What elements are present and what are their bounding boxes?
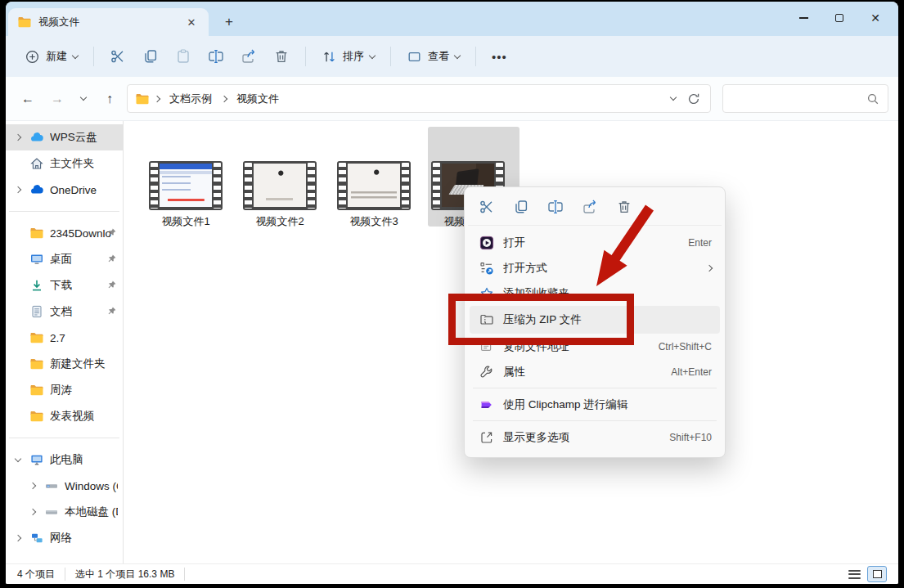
close-button[interactable]: ✕ xyxy=(857,6,893,30)
sidebar-item-this-pc[interactable]: 此电脑 xyxy=(6,447,123,473)
sidebar-item-2-7[interactable]: 2.7 xyxy=(6,325,123,351)
file-item[interactable]: 视频文件1 xyxy=(143,161,228,229)
menu-item-label: 显示更多选项 xyxy=(503,430,660,445)
sidebar-item-label: 本地磁盘 (D:) xyxy=(65,505,118,519)
paste-button[interactable] xyxy=(168,42,199,71)
see-more-button[interactable]: ••• xyxy=(484,42,515,71)
sidebar-item-label: 2.7 xyxy=(50,332,118,344)
chevron-down-icon[interactable] xyxy=(670,94,677,101)
plus-circle-icon xyxy=(25,49,40,65)
chevron-right-icon xyxy=(15,535,21,541)
share-button[interactable] xyxy=(233,42,264,71)
rename-button[interactable] xyxy=(200,42,232,71)
pc-icon xyxy=(30,453,43,466)
menu-item-open-with[interactable]: 打开方式 xyxy=(470,255,720,281)
chevron-down-icon xyxy=(15,455,21,461)
film-icon xyxy=(149,161,223,210)
share-button[interactable] xyxy=(576,194,604,220)
sidebar-item-downloads[interactable]: 下载 xyxy=(6,272,123,298)
breadcrumb-item[interactable]: 文档示例 xyxy=(165,89,216,109)
chevron-right-icon xyxy=(154,95,160,101)
copy-button[interactable] xyxy=(135,42,166,71)
cut-button[interactable] xyxy=(473,194,501,220)
search-icon xyxy=(866,92,879,105)
menu-item-show-more-options[interactable]: 显示更多选项 Shift+F10 xyxy=(470,424,720,450)
sidebar-item-new-folder[interactable]: 新建文件夹 xyxy=(6,351,123,377)
search-box[interactable] xyxy=(722,84,888,113)
sort-button-label: 排序 xyxy=(343,49,364,64)
open-with-icon xyxy=(479,261,494,276)
sidebar-item-wps-cloud[interactable]: WPS云盘 xyxy=(6,124,123,150)
breadcrumb-item[interactable]: 视频文件 xyxy=(232,89,283,109)
film-icon xyxy=(243,161,317,210)
sidebar-item-drive-c[interactable]: Windows (C:) xyxy=(6,473,123,499)
menu-item-add-to-favorites[interactable]: 添加到收藏夹 xyxy=(470,281,720,306)
details-view-toggle[interactable] xyxy=(848,570,861,579)
rename-icon xyxy=(208,48,224,65)
sidebar-item-documents[interactable]: 文档 xyxy=(6,298,123,325)
sidebar-item-label: 此电脑 xyxy=(50,452,118,467)
sidebar-item-desktop[interactable]: 桌面 xyxy=(6,246,123,272)
sidebar-item-zhoutao[interactable]: 周涛 xyxy=(6,377,123,403)
folder-icon xyxy=(18,16,31,28)
document-icon xyxy=(30,305,43,318)
explorer-tab[interactable]: 视频文件 ✕ xyxy=(8,8,209,36)
sidebar-item-drive-d[interactable]: 本地磁盘 (D:) xyxy=(6,499,123,525)
minimize-button[interactable] xyxy=(785,6,821,30)
address-bar-actions xyxy=(671,92,704,105)
address-bar[interactable]: 文档示例 视频文件 xyxy=(127,84,711,113)
sidebar-item-home[interactable]: 主文件夹 xyxy=(6,150,123,177)
cloud-icon xyxy=(30,131,43,144)
sidebar-item-network[interactable]: 网络 xyxy=(6,525,123,551)
file-item[interactable]: 视频文件3 xyxy=(331,161,416,229)
rename-button[interactable] xyxy=(542,194,569,220)
sort-button[interactable]: 排序 xyxy=(314,42,382,71)
chevron-right-icon xyxy=(29,509,36,515)
menu-item-label: 复制文件地址 xyxy=(503,339,650,354)
search-input[interactable] xyxy=(731,92,866,105)
forward-button[interactable]: → xyxy=(45,87,70,111)
menu-item-edit-with-clipchamp[interactable]: 使用 Clipchamp 进行编辑 xyxy=(470,392,720,417)
chevron-right-icon xyxy=(221,95,227,101)
menu-item-open[interactable]: 打开 Enter xyxy=(470,230,720,255)
download-icon xyxy=(30,279,43,292)
cut-button[interactable] xyxy=(102,42,133,71)
selection-info: 选中 1 个项目 16.3 MB xyxy=(65,568,185,581)
recent-locations-button[interactable] xyxy=(74,87,92,111)
sidebar-item-2345download[interactable]: 2345Downlo xyxy=(6,220,123,246)
back-button[interactable]: ← xyxy=(16,87,40,111)
sidebar-divider xyxy=(9,211,119,212)
maximize-button[interactable] xyxy=(821,6,857,30)
sidebar-item-label: 网络 xyxy=(50,531,118,545)
file-item[interactable]: 视频文件2 xyxy=(237,161,322,229)
paste-icon xyxy=(175,48,191,65)
sidebar-item-onedrive[interactable]: OneDrive xyxy=(6,177,123,203)
toolbar-separator xyxy=(390,47,391,66)
pin-icon xyxy=(106,306,117,316)
refresh-icon[interactable] xyxy=(687,92,700,105)
minimize-icon xyxy=(799,17,808,18)
item-count: 4 个项目 xyxy=(14,568,65,581)
delete-icon xyxy=(273,48,290,65)
large-icons-view-toggle[interactable] xyxy=(867,566,887,582)
up-button[interactable]: ↑ xyxy=(97,87,122,111)
menu-item-copy-as-path[interactable]: 复制文件地址 Ctrl+Shift+C xyxy=(470,334,720,359)
menu-item-shortcut: Alt+Enter xyxy=(671,366,712,378)
menu-item-shortcut: Enter xyxy=(688,237,712,249)
delete-button[interactable] xyxy=(610,194,638,220)
new-tab-button[interactable]: + xyxy=(217,10,241,34)
folder-icon xyxy=(30,227,43,239)
status-bar: 4 个项目 选中 1 个项目 16.3 MB xyxy=(6,563,898,584)
view-button[interactable]: 查看 xyxy=(399,42,467,71)
more-icon: ••• xyxy=(492,50,507,64)
menu-item-properties[interactable]: 属性 Alt+Enter xyxy=(470,359,720,384)
tab-close-button[interactable]: ✕ xyxy=(182,13,200,31)
sidebar-item-label: Windows (C:) xyxy=(65,480,118,492)
menu-item-label: 使用 Clipchamp 进行编辑 xyxy=(503,397,712,412)
new-button[interactable]: 新建 xyxy=(17,42,85,71)
menu-item-shortcut: Ctrl+Shift+C xyxy=(659,341,712,352)
delete-button[interactable] xyxy=(266,42,297,71)
sidebar-item-published-videos[interactable]: 发表视频 xyxy=(6,403,123,429)
copy-button[interactable] xyxy=(507,194,535,220)
menu-item-compress-to-zip[interactable]: 压缩为 ZIP 文件 xyxy=(470,306,720,334)
